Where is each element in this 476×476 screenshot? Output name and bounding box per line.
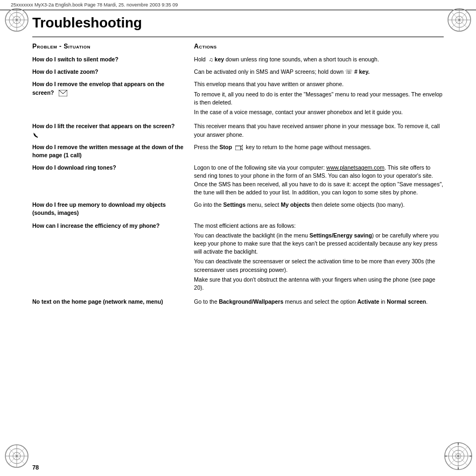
- action-cell: Logon to one of the following site via y…: [188, 162, 444, 199]
- problem-text: How do I free up memory to download my o…: [32, 201, 166, 216]
- table-row: How do I download ring tones? Logon to o…: [32, 162, 444, 199]
- table-row: How do I remove the envelop that appears…: [32, 78, 444, 120]
- page: 25xxxxxxx MyX3-2a English.book Page 78 M…: [0, 0, 476, 476]
- action-text: Go to the Background/Wallpapers menus an…: [194, 298, 444, 306]
- action-cell: Can be activated only in SMS and WAP scr…: [188, 66, 444, 78]
- action-cell: The most efficient actions are as follow…: [188, 220, 444, 296]
- action-cell: Go into the Settings menu, select My obj…: [188, 199, 444, 219]
- action-text: Logon to one of the following site via y…: [194, 164, 444, 197]
- action-cell: Hold ♫ key down unless ring tone sounds,…: [188, 53, 444, 66]
- problem-cell: How do I download ring tones?: [32, 162, 188, 199]
- page-number: 78: [32, 464, 39, 471]
- compass-tr: [447, 8, 472, 32]
- table-row: No text on the home page (network name, …: [32, 296, 444, 308]
- table-row: How do I switch to silent mode? Hold ♫ k…: [32, 53, 444, 66]
- problem-text: How do I download ring tones?: [32, 164, 116, 171]
- problem-text: No text on the home page (network name, …: [32, 298, 163, 305]
- table-row: How do I free up memory to download my o…: [32, 199, 444, 219]
- problem-text: How do I remove the written message at t…: [32, 144, 184, 158]
- problem-text: How do I lift the receiver that appears …: [32, 123, 174, 129]
- table-row: How do I lift the receiver that appears …: [32, 120, 444, 141]
- compass-bl: [4, 444, 29, 468]
- action-text: Press the Stop key to return to the home…: [194, 143, 444, 151]
- compass-br: [444, 442, 473, 471]
- problem-text: How do I remove the envelop that appears…: [32, 81, 164, 95]
- problem-text: How do I activate zoom?: [32, 68, 99, 75]
- problem-cell: How can I increase the efficiency of my …: [32, 220, 188, 296]
- header-bar: 25xxxxxxx MyX3-2a English.book Page 78 M…: [0, 0, 476, 10]
- action-cell: Press the Stop key to return to the home…: [188, 141, 444, 162]
- action-cell: This receiver means that you have receiv…: [188, 120, 444, 141]
- col-header-actions: Actions: [188, 41, 444, 53]
- action-text: The most efficient actions are as follow…: [194, 222, 444, 292]
- action-text: This receiver means that you have receiv…: [194, 122, 444, 138]
- actions-header: Actions: [194, 43, 216, 50]
- problem-cell: How do I activate zoom?: [32, 66, 188, 78]
- action-text: This envelop means that you have written…: [194, 80, 444, 116]
- problem-text: How do I switch to silent mode?: [32, 56, 118, 62]
- action-text: Can be activated only in SMS and WAP scr…: [194, 68, 444, 76]
- main-content: Troubleshooting Problem - Situation Acti…: [32, 15, 444, 308]
- col-header-problem: Problem - Situation: [32, 41, 188, 53]
- problem-cell: How do I lift the receiver that appears …: [32, 120, 188, 141]
- problem-text: How can I increase the efficiency of my …: [32, 222, 159, 229]
- action-text: Go into the Settings menu, select My obj…: [194, 201, 444, 209]
- page-title: Troubleshooting: [32, 15, 444, 31]
- table-row: How do I activate zoom? Can be activated…: [32, 66, 444, 78]
- header-text: 25xxxxxxx MyX3-2a English.book Page 78 M…: [11, 2, 178, 8]
- problem-cell: No text on the home page (network name, …: [32, 296, 188, 308]
- action-text: Hold ♫ key down unless ring tone sounds,…: [194, 55, 444, 64]
- title-divider: [32, 37, 444, 37]
- envelope-icon: [59, 90, 67, 96]
- action-cell: This envelop means that you have written…: [188, 78, 444, 120]
- action-cell: Go to the Background/Wallpapers menus an…: [188, 296, 444, 308]
- compass-tl: [4, 8, 29, 32]
- problem-cell: How do I free up memory to download my o…: [32, 199, 188, 219]
- svg-rect-38: [235, 146, 241, 150]
- problem-cell: How do I switch to silent mode?: [32, 53, 188, 66]
- problem-cell: How do I remove the written message at t…: [32, 141, 188, 162]
- table-row: How can I increase the efficiency of my …: [32, 220, 444, 296]
- receiver-icon: [32, 131, 39, 139]
- problem-header: Problem - Situation: [32, 43, 90, 50]
- problem-cell: How do I remove the envelop that appears…: [32, 78, 188, 120]
- trouble-table: Problem - Situation Actions How do I swi…: [32, 41, 444, 308]
- stop-icon: [235, 145, 243, 150]
- table-row: How do I remove the written message at t…: [32, 141, 444, 162]
